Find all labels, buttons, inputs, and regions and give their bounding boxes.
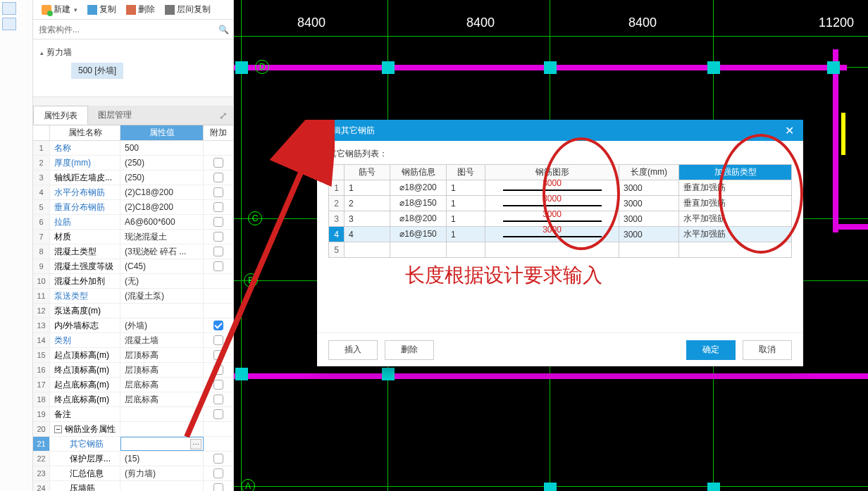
checkbox[interactable] — [213, 202, 223, 212]
checkbox[interactable] — [213, 217, 223, 227]
cell-no[interactable]: 1 — [345, 180, 390, 196]
prop-row-value[interactable] — [120, 481, 204, 491]
cell-fig[interactable]: 1 — [447, 180, 485, 196]
ellipsis-button[interactable]: ⋯ — [190, 439, 202, 449]
prop-row[interactable]: 9混凝土强度等级(C45) — [33, 259, 233, 274]
checkbox[interactable] — [213, 350, 223, 360]
checkbox[interactable] — [213, 365, 223, 375]
prop-row[interactable]: 8混凝土类型(3现浇砼 碎石 ... — [33, 244, 233, 259]
component-tree[interactable]: ▴剪力墙 500 [外墙] — [33, 39, 233, 97]
prop-row-value[interactable]: 现浇混凝土 — [120, 230, 204, 244]
prop-header-value[interactable]: 属性值 — [120, 125, 204, 140]
prop-row[interactable]: 19备注 — [33, 407, 233, 422]
tree-child[interactable]: 500 [外墙] — [71, 63, 123, 79]
search-input[interactable] — [33, 20, 213, 39]
collapse-icon[interactable]: − — [54, 425, 62, 433]
prop-row[interactable]: 21其它钢筋⋯ — [33, 437, 233, 452]
prop-row[interactable]: 20−钢筋业务属性 — [33, 422, 233, 437]
cell-len[interactable]: 3000 — [619, 227, 679, 242]
tree-root[interactable]: ▴剪力墙 — [40, 45, 226, 60]
prop-row-value[interactable]: (2)C18@200 — [120, 185, 204, 199]
prop-row-value[interactable] — [120, 422, 204, 436]
prop-row-value[interactable]: A6@600*600 — [120, 215, 204, 229]
cell-fig[interactable]: 1 — [447, 227, 485, 242]
checkbox[interactable] — [213, 409, 223, 419]
prop-row[interactable]: 6拉筋A6@600*600 — [33, 215, 233, 230]
prop-row-value[interactable]: (无) — [120, 274, 204, 288]
cell-shape[interactable]: 3000 — [485, 227, 619, 242]
prop-row[interactable]: 4水平分布钢筋(2)C18@200 — [33, 185, 233, 200]
cell-len[interactable]: 3000 — [619, 196, 679, 211]
cancel-button[interactable]: 取消 — [743, 340, 792, 360]
checkbox[interactable] — [213, 158, 223, 168]
prop-row[interactable]: 7材质现浇混凝土 — [33, 230, 233, 244]
dialog-delete-button[interactable]: 删除 — [385, 340, 434, 360]
tab-layers[interactable]: 图层管理 — [88, 106, 142, 125]
col-fig[interactable]: 图号 — [447, 165, 485, 180]
prop-row-value[interactable]: ⋯ — [120, 437, 204, 451]
prop-row[interactable]: 18终点底标高(m)层底标高 — [33, 392, 233, 407]
checkbox[interactable] — [213, 335, 223, 345]
prop-row[interactable]: 22保护层厚...(15) — [33, 452, 233, 466]
ok-button[interactable]: 确定 — [686, 340, 736, 360]
prop-row-value[interactable]: 层底标高 — [120, 392, 204, 406]
cell-fig[interactable]: 1 — [447, 211, 485, 227]
cell-len[interactable]: 3000 — [619, 211, 679, 227]
checkbox[interactable] — [213, 232, 223, 242]
cell-info[interactable]: ⌀18@200 — [390, 180, 447, 196]
prop-row[interactable]: 13内/外墙标志(外墙) — [33, 318, 233, 333]
prop-row-value[interactable]: (剪力墙) — [120, 466, 204, 480]
checkbox[interactable] — [213, 380, 223, 390]
prop-row-value[interactable]: 混凝土墙 — [120, 333, 204, 347]
prop-row-value[interactable]: (250) — [120, 170, 204, 185]
prop-row[interactable]: 10混凝土外加剂(无) — [33, 274, 233, 289]
prop-body[interactable]: 1名称5002厚度(mm)(250)3轴线距左墙皮...(250)4水平分布钢筋… — [33, 141, 233, 491]
checkbox[interactable] — [213, 468, 223, 478]
prop-row[interactable]: 1名称500 — [33, 141, 233, 156]
prop-row-value[interactable] — [120, 304, 204, 318]
prop-row-value[interactable]: (C45) — [120, 259, 204, 273]
prop-row[interactable]: 16终点顶标高(m)层顶标高 — [33, 363, 233, 378]
new-button[interactable]: 新建▾ — [37, 2, 82, 17]
col-no[interactable]: 筋号 — [345, 165, 390, 180]
prop-row[interactable]: 3轴线距左墙皮...(250) — [33, 170, 233, 185]
cell-type[interactable]: 垂直加强筋 — [679, 180, 792, 196]
prop-row-value[interactable]: (混凝土泵) — [120, 289, 204, 303]
prop-row-value[interactable] — [120, 407, 204, 421]
checkbox[interactable] — [213, 261, 223, 271]
checkbox[interactable] — [213, 173, 223, 182]
cell-no[interactable]: 3 — [345, 211, 390, 227]
cell-info[interactable]: ⌀18@200 — [390, 211, 447, 227]
cell-type[interactable]: 水平加强筋 — [679, 227, 792, 242]
prop-row[interactable]: 5垂直分布钢筋(2)C18@200 — [33, 200, 233, 215]
cell-type[interactable]: 垂直加强筋 — [679, 196, 792, 211]
prop-row-value[interactable]: 500 — [120, 141, 204, 155]
checkbox[interactable] — [213, 247, 223, 256]
cell-no[interactable]: 2 — [345, 196, 390, 211]
checkbox[interactable] — [213, 483, 223, 491]
expand-icon[interactable]: ⤢ — [213, 110, 233, 121]
prop-row[interactable]: 23汇总信息(剪力墙) — [33, 466, 233, 481]
tab-attributes[interactable]: 属性列表 — [33, 106, 88, 125]
search-icon[interactable]: 🔍 — [213, 20, 233, 39]
layer-copy-button[interactable]: 层间复制 — [161, 2, 215, 17]
prop-row-value[interactable]: 层顶标高 — [120, 348, 204, 362]
prop-row-value[interactable]: 层底标高 — [120, 378, 204, 392]
col-len[interactable]: 长度(mm) — [619, 165, 679, 180]
mini-icon-1[interactable] — [2, 2, 16, 15]
col-info[interactable]: 钢筋信息 — [390, 165, 447, 180]
prop-row-value[interactable]: (15) — [120, 452, 204, 466]
dialog-titlebar[interactable]: 编辑其它钢筋 ✕ — [317, 120, 803, 141]
prop-row-value[interactable]: (2)C18@200 — [120, 200, 204, 214]
prop-row[interactable]: 24压墙筋 — [33, 481, 233, 491]
prop-row-value[interactable]: (250) — [120, 156, 204, 170]
cell-len[interactable]: 3000 — [619, 180, 679, 196]
rebar-row[interactable]: 44⌀16@150130003000水平加强筋 — [329, 227, 792, 242]
copy-button[interactable]: 复制 — [83, 2, 120, 17]
prop-row[interactable]: 11泵送类型(混凝土泵) — [33, 289, 233, 304]
prop-row-value[interactable]: 层顶标高 — [120, 363, 204, 377]
prop-row-value[interactable]: (外墙) — [120, 318, 204, 332]
delete-button[interactable]: 删除 — [122, 2, 159, 17]
prop-row[interactable]: 15起点顶标高(m)层顶标高 — [33, 348, 233, 363]
prop-row-value[interactable]: (3现浇砼 碎石 ... — [120, 244, 204, 259]
